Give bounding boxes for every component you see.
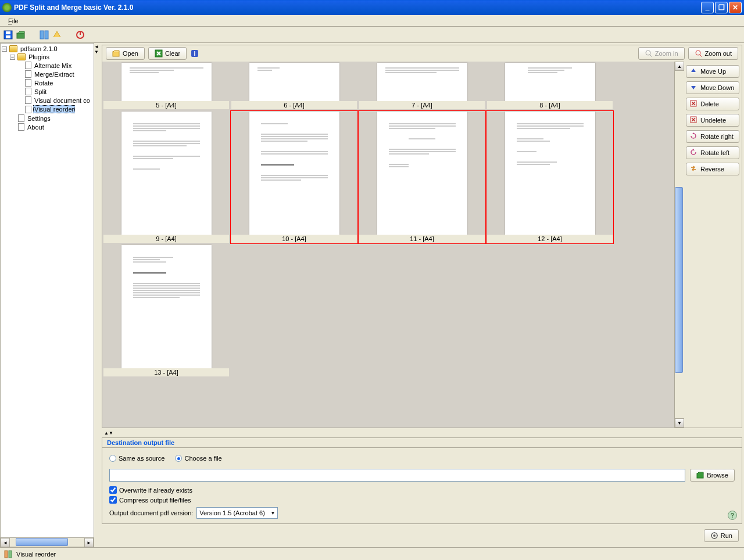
thumb-11[interactable]: 11 - [A4] [358, 110, 486, 244]
delete-button[interactable]: Delete [686, 98, 739, 110]
version-select[interactable]: Version 1.5 (Acrobat 6)▼ [196, 507, 278, 519]
exit-icon[interactable] [76, 30, 85, 40]
load-icon[interactable] [16, 30, 26, 40]
tree-plugins[interactable]: −Plugins [2, 53, 92, 61]
zoom-out-button[interactable]: Zoom out [688, 47, 738, 60]
move-up-button[interactable]: Move Up [686, 65, 739, 78]
zoom-in-button: Zoom in [638, 47, 685, 60]
close-button[interactable]: ✕ [729, 2, 742, 13]
thumb-8[interactable]: 8 - [A4] [486, 62, 614, 110]
svg-rect-4 [40, 31, 44, 39]
svg-rect-1 [6, 31, 10, 34]
tree-item-visual-reorder[interactable]: Visual reorder [2, 105, 92, 114]
tree-item-merge-extract[interactable]: Merge/Extract [2, 70, 92, 78]
thumb-13[interactable]: 13 - [A4] [102, 244, 230, 378]
clear-log-icon[interactable] [52, 30, 62, 40]
maximize-button[interactable]: ❐ [715, 2, 728, 13]
help-icon[interactable]: ? [728, 511, 737, 520]
radio-same-as-source[interactable]: Same as source [109, 455, 164, 462]
check-overwrite[interactable]: Overwrite if already exists [109, 486, 735, 494]
info-icon[interactable]: i [190, 49, 199, 58]
titlebar: PDF Split and Merge basic Ver. 2.1.0 _ ❐… [0, 0, 744, 15]
svg-rect-18 [697, 473, 703, 478]
window-title: PDF Split and Merge basic Ver. 2.1.0 [14, 3, 133, 12]
undelete-button[interactable]: Undelete [686, 114, 739, 127]
thumbnail-panel: Open Clear i Zoom in Zoom out 5 - [A4] 6… [102, 45, 742, 428]
thumb-6[interactable]: 6 - [A4] [230, 62, 358, 110]
thumb-7[interactable]: 7 - [A4] [358, 62, 486, 110]
menu-file[interactable]: File [5, 16, 22, 26]
sidebar-scrollbar[interactable]: ◄ ► [1, 537, 94, 547]
svg-point-20 [713, 534, 716, 537]
svg-point-14 [696, 51, 700, 55]
save-icon[interactable] [3, 30, 13, 40]
reverse-button[interactable]: Reverse [686, 163, 739, 175]
version-label: Output document pdf version: [109, 509, 193, 516]
tree-item-split[interactable]: Split [2, 87, 92, 96]
run-button[interactable]: Run [704, 529, 739, 542]
minimize-button[interactable]: _ [701, 2, 714, 13]
svg-rect-3 [17, 33, 24, 38]
clear-button[interactable]: Clear [148, 47, 187, 60]
svg-rect-21 [5, 551, 8, 558]
rotate-right-button[interactable]: Rotate right [686, 130, 739, 143]
thumb-5[interactable]: 5 - [A4] [102, 62, 230, 110]
tree-root[interactable]: −pdfsam 2.1.0 [2, 45, 92, 53]
check-compress[interactable]: Compress output file/files [109, 496, 735, 504]
tree-item-alternate-mix[interactable]: Alternate Mix [2, 61, 92, 70]
svg-rect-5 [45, 31, 48, 39]
tree-settings[interactable]: Settings [2, 114, 92, 123]
sidebar-tree: −pdfsam 2.1.0 −Plugins Alternate Mix Mer… [0, 43, 94, 547]
move-down-button[interactable]: Move Down [686, 81, 739, 94]
svg-line-13 [650, 55, 652, 57]
thumb-vscrollbar[interactable]: ▲ ▼ [674, 62, 684, 428]
main-toolbar [0, 27, 744, 43]
menubar: File [0, 15, 744, 27]
tree-about[interactable]: About [2, 123, 92, 131]
open-button[interactable]: Open [106, 47, 145, 60]
tree-item-rotate[interactable]: Rotate [2, 78, 92, 87]
radio-choose-file[interactable]: Choose a file [175, 455, 221, 462]
statusbar: Visual reorder [0, 547, 744, 560]
svg-rect-8 [113, 52, 119, 56]
right-button-panel: Move Up Move Down Delete Undelete Rotate… [684, 62, 742, 428]
h-splitter[interactable]: ▲▼ [102, 430, 742, 436]
rotate-left-button[interactable]: Rotate left [686, 146, 739, 159]
output-file-input[interactable] [109, 469, 685, 482]
thumb-9[interactable]: 9 - [A4] [102, 110, 230, 244]
app-icon [2, 3, 12, 12]
svg-point-12 [646, 51, 650, 55]
svg-rect-2 [6, 35, 10, 38]
thumb-12[interactable]: 12 - [A4] [486, 110, 614, 244]
status-text: Visual reorder [16, 551, 56, 558]
svg-text:i: i [194, 51, 196, 57]
browse-button[interactable]: Browse [690, 469, 735, 482]
splitter[interactable]: ◄▼ [94, 43, 100, 547]
svg-line-15 [700, 55, 702, 57]
thumb-10[interactable]: 10 - [A4] [230, 110, 358, 244]
tree-item-visual-composer[interactable]: Visual document co [2, 96, 92, 105]
svg-rect-22 [9, 551, 12, 558]
output-title: Destination output file [102, 438, 742, 448]
output-panel: Destination output file Same as source C… [102, 437, 742, 524]
log-icon[interactable] [40, 30, 49, 40]
status-icon [3, 550, 13, 559]
thumbnail-grid[interactable]: 5 - [A4] 6 - [A4] 7 - [A4] 8 - [A4] 9 - … [102, 62, 674, 428]
